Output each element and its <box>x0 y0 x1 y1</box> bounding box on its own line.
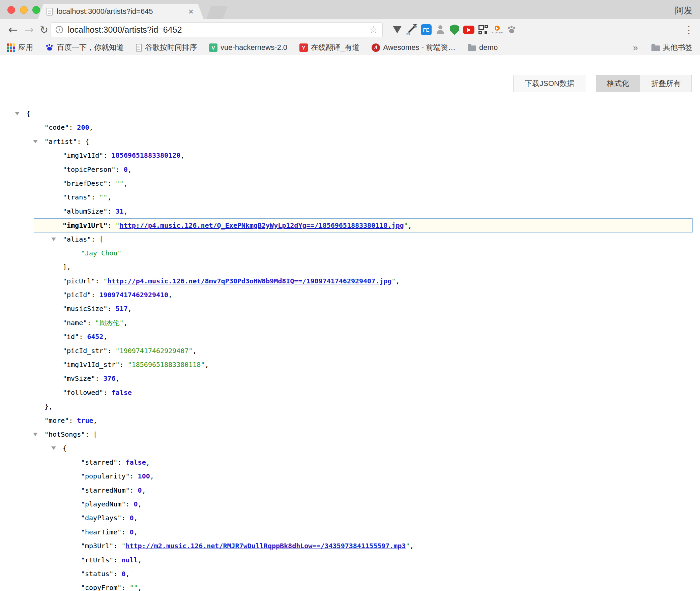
collapse-arrow-icon[interactable] <box>33 140 38 143</box>
paw-extension-icon[interactable] <box>505 24 518 36</box>
json-key: "starredNum" <box>81 486 130 494</box>
json-key: "trans" <box>63 193 91 201</box>
bookmark-vue-hackernews[interactable]: V vue-hackernews-2.0 <box>209 43 287 52</box>
youdao-en-label: en <box>406 32 410 36</box>
json-comma: , <box>103 333 107 341</box>
json-colon: : <box>113 570 121 578</box>
json-num-value: 19097417462929410 <box>99 291 168 299</box>
minimize-window-button[interactable] <box>20 6 28 14</box>
browser-window: localhost:3000/artists?id=645 × 阿发 ← → ↻… <box>0 0 700 591</box>
new-tab-button[interactable] <box>206 6 228 19</box>
bookmark-label: vue-hackernews-2.0 <box>221 43 287 52</box>
json-comma: , <box>93 416 97 425</box>
reload-button[interactable]: ↻ <box>40 19 48 40</box>
json-url-link[interactable]: http://p4.music.126.net/Q_ExePNkmgB2yWyL… <box>120 221 404 229</box>
fehelper-extension-icon[interactable]: FE <box>420 24 432 36</box>
json-key: "briefDesc" <box>63 179 107 187</box>
bookmark-demo[interactable]: demo <box>468 43 498 52</box>
collapse-all-button[interactable]: 折叠所有 <box>640 75 692 92</box>
json-bool-value: false <box>125 458 146 466</box>
profile-person-icon[interactable] <box>434 24 446 36</box>
bookmarks-overflow-icon[interactable]: » <box>633 42 638 53</box>
back-button[interactable]: ← <box>8 19 18 40</box>
v-extension-icon[interactable] <box>391 24 403 36</box>
json-key: "code" <box>45 123 69 131</box>
bookmark-baidu[interactable]: 百度一下，你就知道 <box>45 42 124 53</box>
json-string-value: "周杰伦" <box>95 319 123 327</box>
awesomes-icon: A <box>372 43 380 52</box>
json-line: "name": "周杰伦", <box>0 316 700 330</box>
bookmark-label: Awesomes - 前端资… <box>383 42 456 53</box>
browser-tab[interactable]: localhost:3000/artists?id=645 × <box>38 4 204 19</box>
json-key: "artist" <box>45 137 77 146</box>
json-line: }, <box>0 400 700 413</box>
other-bookmarks[interactable]: 其他书签 <box>651 42 693 53</box>
json-comma: , <box>138 556 142 564</box>
json-comma: , <box>124 179 128 187</box>
page-icon <box>136 44 142 52</box>
json-line: "musicSize": 517, <box>0 302 700 316</box>
json-num-value: 31 <box>116 207 124 215</box>
folder-icon <box>651 45 660 51</box>
bookmark-label: 在线翻译_有道 <box>311 42 359 53</box>
json-line: "img1v1Id_str": "18569651883380118", <box>0 358 700 372</box>
chrome-menu-icon[interactable]: ⋮ <box>684 19 694 40</box>
json-colon: : <box>91 291 99 299</box>
page-content: 下载JSON数据 格式化 折叠所有 {"code": 200,"artist":… <box>0 56 700 591</box>
json-line: "picId_str": "19097417462929407", <box>0 344 700 358</box>
json-num-value: 0 <box>124 165 128 174</box>
json-num-value: 6452 <box>87 333 103 341</box>
youdao-translate-icon[interactable]: 英 en <box>405 24 417 36</box>
json-line: "img1v1Id": 18569651883380120, <box>0 149 700 162</box>
zoom-window-button[interactable] <box>32 6 40 14</box>
json-colon: : <box>69 123 77 131</box>
bookmark-apps[interactable]: 应用 <box>7 42 33 53</box>
tab-close-icon[interactable]: × <box>188 7 194 16</box>
json-key: "img1v1Id" <box>63 151 103 159</box>
json-key: "copyFrom" <box>81 584 121 591</box>
address-bar[interactable]: i localhost:3000/artists?id=6452 ☆ <box>51 22 383 37</box>
json-line: { <box>0 441 700 455</box>
vue-icon: V <box>209 43 217 52</box>
json-colon: : <box>113 556 121 564</box>
json-comma: , <box>128 305 132 313</box>
json-colon: : <box>113 542 121 550</box>
json-key: "albumSize" <box>63 207 107 215</box>
json-line: "artist": { <box>0 135 700 149</box>
page-favicon-icon <box>47 8 53 15</box>
youtube-extension-icon[interactable] <box>463 24 475 36</box>
json-key: "popularity" <box>81 472 130 480</box>
collapse-arrow-icon[interactable] <box>51 238 56 241</box>
json-string-value: "Jay Chou" <box>81 249 121 257</box>
json-colon: : <box>117 458 125 466</box>
json-comma: , <box>168 291 172 299</box>
json-url-link[interactable]: http://m2.music.126.net/RMJR7wDullRqppBk… <box>125 542 406 550</box>
collapse-arrow-icon[interactable] <box>51 446 56 450</box>
json-quote: " <box>391 277 396 285</box>
format-button[interactable]: 格式化 <box>596 75 640 92</box>
tab-title: localhost:3000/artists?id=645 <box>57 7 153 16</box>
qrcode-extension-icon[interactable] <box>477 24 489 36</box>
collapse-arrow-icon[interactable] <box>33 433 38 436</box>
json-quote: " <box>404 221 408 229</box>
bookmark-youdao-translate[interactable]: Y 在线翻译_有道 <box>299 42 359 53</box>
player-extension-icon[interactable]: PLAYER <box>491 24 503 36</box>
json-colon: : <box>91 193 99 201</box>
download-json-button[interactable]: 下载JSON数据 <box>514 75 585 92</box>
url-text[interactable]: localhost:3000/artists?id=6452 <box>68 25 182 35</box>
bookmark-google-sort[interactable]: 谷歌按时间排序 <box>136 42 197 53</box>
json-key: "more" <box>45 416 69 425</box>
bookmark-label: 谷歌按时间排序 <box>145 42 197 53</box>
site-info-icon[interactable]: i <box>56 26 63 33</box>
bookmark-awesomes[interactable]: A Awesomes - 前端资… <box>372 42 456 53</box>
profile-name[interactable]: 阿发 <box>675 5 693 17</box>
json-num-value: 0 <box>134 500 138 508</box>
json-url-link[interactable]: http://p4.music.126.net/8mv7qP30Pd3oHW8b… <box>107 277 391 285</box>
green-shield-extension-icon[interactable] <box>448 24 461 36</box>
collapse-arrow-icon[interactable] <box>15 112 20 115</box>
close-window-button[interactable] <box>7 6 15 14</box>
bookmark-star-icon[interactable]: ☆ <box>369 24 378 35</box>
json-line: "alias": [ <box>0 232 700 246</box>
json-colon: : <box>125 500 134 508</box>
tab-strip: localhost:3000/artists?id=645 × 阿发 <box>0 0 700 19</box>
